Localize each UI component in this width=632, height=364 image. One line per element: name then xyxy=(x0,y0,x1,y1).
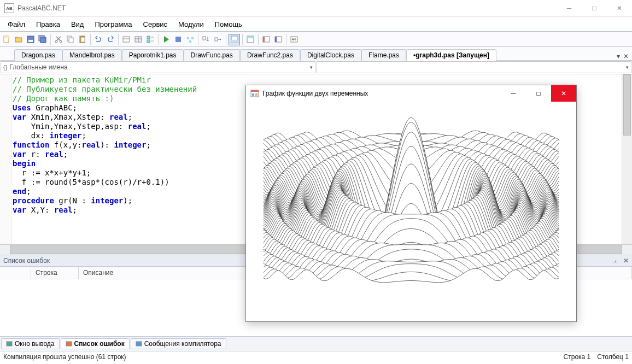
tab-file[interactable]: Mandelbrot.pas xyxy=(62,49,122,61)
svg-rect-12 xyxy=(123,37,130,42)
menu-модули[interactable]: Модули xyxy=(173,19,209,30)
tab-file[interactable]: Dragon.pas xyxy=(14,49,62,61)
svg-point-36 xyxy=(292,38,294,40)
svg-rect-1 xyxy=(4,36,9,38)
pin-icon[interactable]: ⫠ xyxy=(612,257,619,265)
braces-icon: {} xyxy=(3,64,7,71)
menu-программа[interactable]: Программа xyxy=(89,19,137,30)
panel-title-text: Список ошибок xyxy=(3,257,50,265)
tab-close-icon[interactable]: ✕ xyxy=(623,52,629,60)
stop-icon[interactable] xyxy=(173,34,184,45)
member-combo[interactable]: ▾ xyxy=(317,61,631,73)
undo-icon[interactable] xyxy=(93,34,104,45)
svg-rect-25 xyxy=(203,37,206,40)
maximize-button[interactable]: □ xyxy=(582,0,607,16)
svg-rect-44 xyxy=(255,93,258,96)
col-blank[interactable] xyxy=(0,267,31,279)
tab-file[interactable]: Paporotnik1.pas xyxy=(122,49,184,61)
svg-rect-40 xyxy=(136,342,142,346)
window-controls: ─ □ ✕ xyxy=(557,0,632,16)
tab-controls: ▾ ✕ xyxy=(617,52,632,60)
svg-rect-9 xyxy=(69,38,73,43)
tabbar: Dragon.pasMandelbrot.pasPaporotnik1.pasD… xyxy=(0,47,632,61)
svg-rect-43 xyxy=(252,93,254,96)
svg-rect-5 xyxy=(40,37,46,43)
form-icon xyxy=(250,89,259,98)
svg-rect-38 xyxy=(7,342,12,346)
bottom-tab[interactable]: Сообщения компилятора xyxy=(131,338,226,349)
compile-icon[interactable] xyxy=(185,34,196,45)
scrollbar-thumb[interactable] xyxy=(623,74,631,136)
run-window[interactable]: График функции двух переменных ─ □ ✕ xyxy=(245,85,577,322)
step-over-icon[interactable] xyxy=(213,34,224,45)
close-button[interactable]: ✕ xyxy=(607,0,632,16)
save-icon[interactable] xyxy=(25,34,36,45)
redo-icon[interactable] xyxy=(105,34,116,45)
svg-rect-22 xyxy=(187,37,189,39)
col-line[interactable]: Строка xyxy=(31,267,79,279)
cut-icon[interactable] xyxy=(53,34,64,45)
menu-правка[interactable]: Правка xyxy=(31,19,66,30)
menu-вид[interactable]: Вид xyxy=(66,19,90,30)
new-file-icon[interactable] xyxy=(1,34,12,45)
svg-rect-26 xyxy=(215,38,218,41)
bottom-tab[interactable]: Список ошибок xyxy=(61,338,130,349)
svg-rect-21 xyxy=(175,37,181,42)
svg-rect-39 xyxy=(66,342,72,346)
run-close-button[interactable]: ✕ xyxy=(551,85,576,102)
module-icon[interactable] xyxy=(261,34,272,45)
tab-menu-icon[interactable]: ▾ xyxy=(617,52,620,60)
svg-rect-30 xyxy=(247,36,254,38)
copy-icon[interactable] xyxy=(65,34,76,45)
svg-rect-34 xyxy=(275,37,277,42)
gutter xyxy=(0,74,11,244)
status-col: Столбец 1 xyxy=(597,353,629,361)
titlebar: AB PascalABC.NET ─ □ ✕ xyxy=(0,0,632,17)
step-into-icon[interactable] xyxy=(201,34,212,45)
svg-rect-28 xyxy=(231,40,238,43)
svg-point-37 xyxy=(294,38,296,40)
panel-close-icon[interactable]: ✕ xyxy=(623,257,629,265)
menu-файл[interactable]: Файл xyxy=(2,19,31,30)
scope-combo[interactable]: {} Глобальные имена ▾ xyxy=(1,61,315,73)
run-titlebar[interactable]: График функции двух переменных ─ □ ✕ xyxy=(246,85,576,102)
open-file-icon[interactable] xyxy=(13,34,24,45)
menu-помощь[interactable]: Помощь xyxy=(209,19,248,30)
svg-rect-3 xyxy=(28,40,33,42)
bottom-tab[interactable]: Окно вывода xyxy=(1,338,60,349)
menubar: ФайлПравкаВидПрограммаСервисМодулиПомощь xyxy=(0,17,632,31)
run-minimize-button[interactable]: ─ xyxy=(501,85,526,102)
paste-icon[interactable] xyxy=(77,34,88,45)
scope-combo-text: Глобальные имена xyxy=(9,63,67,71)
svg-rect-42 xyxy=(251,90,259,92)
run-icon[interactable] xyxy=(161,34,172,45)
menu-сервис[interactable]: Сервис xyxy=(138,19,173,30)
status-message: Компиляция прошла успешно (61 строк) xyxy=(3,353,126,361)
tab-file[interactable]: DrawFunc.pas xyxy=(184,49,240,61)
toolbar xyxy=(0,31,632,47)
app-icon: AB xyxy=(4,3,14,13)
bottom-tabs: Окно выводаСписок ошибокСообщения компил… xyxy=(0,337,632,351)
run-maximize-button[interactable]: □ xyxy=(526,85,551,102)
output-pane-icon[interactable] xyxy=(229,34,240,45)
chevron-down-icon: ▾ xyxy=(310,64,313,70)
tab-file[interactable]: DigitalClock.pas xyxy=(300,49,361,61)
status-line: Строка 1 xyxy=(564,353,591,361)
check-list-icon[interactable] xyxy=(145,34,156,45)
palette-icon[interactable] xyxy=(289,34,300,45)
tab-file[interactable]: Flame.pas xyxy=(361,49,406,61)
module2-icon[interactable] xyxy=(273,34,284,45)
svg-rect-23 xyxy=(191,37,194,39)
props2-icon[interactable] xyxy=(133,34,144,45)
vertical-scrollbar[interactable] xyxy=(622,74,632,244)
tab-file[interactable]: DrawFunc2.pas xyxy=(240,49,300,61)
designer-icon[interactable] xyxy=(245,34,256,45)
svg-rect-24 xyxy=(189,40,191,43)
minimize-button[interactable]: ─ xyxy=(557,0,582,16)
run-window-title: График функции двух переменных xyxy=(262,90,368,97)
svg-rect-17 xyxy=(147,36,150,39)
props-icon[interactable] xyxy=(121,34,132,45)
tab-file[interactable]: •graph3d.pas [Запущен] xyxy=(406,49,496,61)
save-all-icon[interactable] xyxy=(37,34,48,45)
svg-rect-11 xyxy=(81,37,85,42)
